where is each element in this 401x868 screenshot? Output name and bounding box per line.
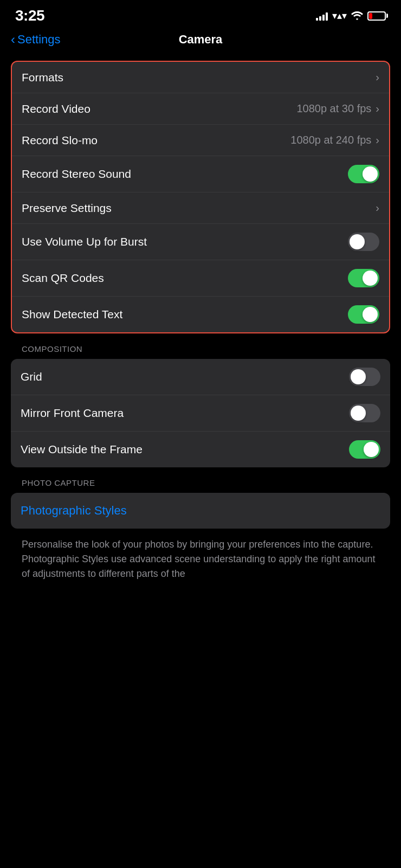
- toggle-thumb: [363, 307, 378, 322]
- wifi-icon: ▾▴▾: [332, 10, 347, 22]
- battery-fill: [369, 13, 372, 19]
- nav-header: ‹ Settings Camera: [0, 28, 401, 55]
- status-icons: ▾▴▾: [316, 10, 386, 22]
- preserve-settings-label: Preserve Settings: [22, 202, 112, 215]
- record-video-value: 1080p at 30 fps: [296, 102, 371, 115]
- photographic-styles-row[interactable]: Photographic Styles: [11, 493, 390, 529]
- view-outside-frame-row: View Outside the Frame: [11, 432, 390, 467]
- composition-section-header: COMPOSITION: [11, 344, 390, 359]
- toggle-thumb: [351, 369, 366, 384]
- settings-content: Formats › Record Video 1080p at 30 fps ›…: [0, 55, 401, 592]
- back-label: Settings: [17, 33, 61, 47]
- photo-capture-section-header: PHOTO CAPTURE: [11, 478, 390, 493]
- volume-up-burst-right: [348, 233, 379, 251]
- mirror-front-camera-toggle[interactable]: [349, 404, 380, 422]
- formats-row[interactable]: Formats ›: [12, 62, 389, 93]
- grid-label: Grid: [21, 370, 42, 383]
- photographic-styles-label: Photographic Styles: [21, 504, 127, 517]
- toggle-thumb: [350, 234, 365, 249]
- view-outside-frame-right: [349, 440, 380, 459]
- scan-qr-codes-toggle[interactable]: [348, 269, 379, 287]
- scan-qr-codes-row: Scan QR Codes: [12, 260, 389, 297]
- toggle-thumb: [363, 166, 378, 182]
- show-detected-text-toggle[interactable]: [348, 305, 379, 324]
- record-slo-mo-right: 1080p at 240 fps ›: [290, 134, 379, 146]
- composition-settings-group: Grid Mirror Front Camera View Outside th…: [11, 359, 390, 467]
- record-stereo-sound-toggle[interactable]: [348, 165, 379, 183]
- record-stereo-sound-label: Record Stereo Sound: [22, 168, 131, 181]
- preserve-settings-row[interactable]: Preserve Settings ›: [12, 192, 389, 224]
- back-chevron-icon: ‹: [11, 32, 15, 47]
- mirror-front-camera-label: Mirror Front Camera: [21, 407, 124, 420]
- mirror-front-camera-right: [349, 404, 380, 422]
- formats-label: Formats: [22, 71, 63, 84]
- grid-row: Grid: [11, 359, 390, 395]
- preserve-settings-right: ›: [376, 202, 379, 214]
- mirror-front-camera-row: Mirror Front Camera: [11, 395, 390, 432]
- toggle-thumb: [363, 271, 378, 286]
- volume-up-burst-row: Use Volume Up for Burst: [12, 224, 389, 260]
- chevron-right-icon: ›: [376, 71, 379, 83]
- record-stereo-sound-row: Record Stereo Sound: [12, 156, 389, 192]
- show-detected-text-row: Show Detected Text: [12, 297, 389, 332]
- formats-right: ›: [376, 71, 379, 83]
- battery-icon: [367, 11, 386, 21]
- record-slo-mo-label: Record Slo-mo: [22, 134, 98, 147]
- photo-capture-group: Photographic Styles: [11, 493, 390, 529]
- volume-up-burst-toggle[interactable]: [348, 233, 379, 251]
- back-button[interactable]: ‹ Settings: [11, 32, 61, 47]
- chevron-right-icon: ›: [376, 202, 379, 214]
- toggle-thumb: [351, 406, 366, 421]
- record-video-row[interactable]: Record Video 1080p at 30 fps ›: [12, 93, 389, 125]
- status-bar: 3:25 ▾▴▾: [0, 0, 401, 28]
- scan-qr-codes-right: [348, 269, 379, 287]
- page-title: Camera: [179, 33, 223, 47]
- chevron-right-icon: ›: [376, 134, 379, 146]
- record-slo-mo-value: 1080p at 240 fps: [290, 134, 371, 146]
- main-settings-group: Formats › Record Video 1080p at 30 fps ›…: [11, 61, 390, 333]
- signal-icon: [316, 11, 328, 21]
- record-stereo-sound-right: [348, 165, 379, 183]
- show-detected-text-right: [348, 305, 379, 324]
- scan-qr-codes-label: Scan QR Codes: [22, 272, 104, 285]
- show-detected-text-label: Show Detected Text: [22, 308, 122, 321]
- grid-toggle[interactable]: [349, 368, 380, 386]
- volume-up-burst-label: Use Volume Up for Burst: [22, 235, 147, 248]
- record-video-label: Record Video: [22, 102, 90, 115]
- photographic-styles-description: Personalise the look of your photos by b…: [11, 529, 390, 592]
- wifi-icon: [351, 11, 363, 20]
- view-outside-frame-toggle[interactable]: [349, 440, 380, 459]
- status-time: 3:25: [15, 7, 44, 24]
- grid-right: [349, 368, 380, 386]
- chevron-right-icon: ›: [376, 102, 379, 115]
- record-video-right: 1080p at 30 fps ›: [296, 102, 379, 115]
- view-outside-frame-label: View Outside the Frame: [21, 443, 143, 456]
- record-slo-mo-row[interactable]: Record Slo-mo 1080p at 240 fps ›: [12, 125, 389, 156]
- toggle-thumb: [364, 442, 379, 457]
